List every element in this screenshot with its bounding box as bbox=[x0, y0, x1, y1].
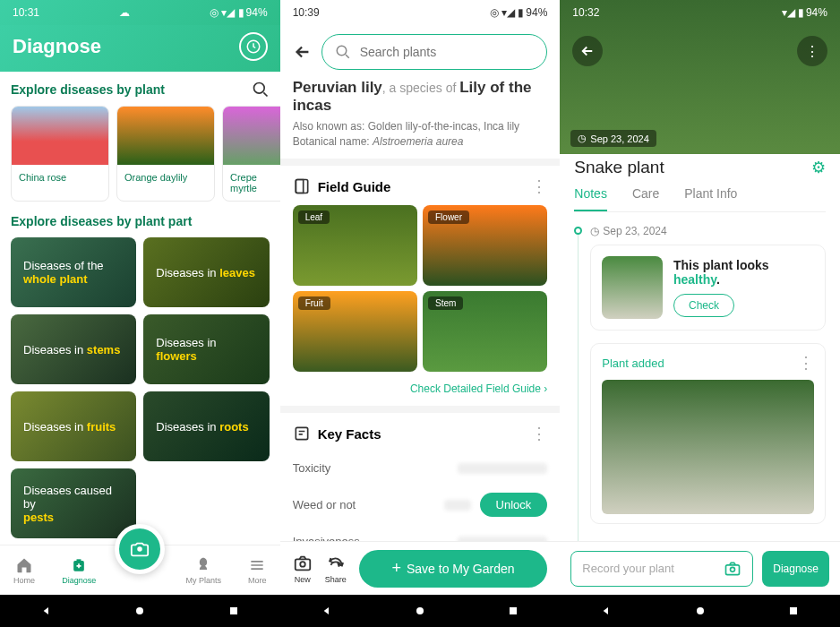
nav-home[interactable]: Home bbox=[13, 556, 35, 585]
svg-point-8 bbox=[300, 562, 305, 567]
guide-grid: Leaf Flower Fruit Stem bbox=[293, 205, 548, 372]
record-placeholder: Record your plant bbox=[582, 562, 674, 575]
tab-care[interactable]: Care bbox=[632, 186, 659, 211]
search-row bbox=[280, 25, 561, 79]
part-card-stems[interactable]: Diseases in stems bbox=[11, 314, 136, 384]
svg-point-1 bbox=[253, 83, 264, 94]
header: Diagnose bbox=[0, 25, 280, 72]
part-card-whole[interactable]: Diseases of thewhole plant bbox=[11, 237, 136, 307]
camera-fab[interactable] bbox=[115, 524, 165, 574]
hero-date: ◷ Sep 23, 2024 bbox=[570, 130, 656, 147]
status-time: 10:32 bbox=[572, 6, 599, 19]
diagnose-button[interactable]: Diagnose bbox=[762, 551, 829, 587]
status-time: 10:31 bbox=[13, 6, 39, 19]
status-right: ▾◢ ▮ 94% bbox=[782, 6, 827, 19]
home-icon[interactable] bbox=[693, 604, 707, 618]
bottom-actions: New Share +Save to My Garden bbox=[280, 541, 561, 595]
part-card-roots[interactable]: Diseases in roots bbox=[143, 391, 269, 461]
svg-point-13 bbox=[697, 607, 704, 614]
android-nav bbox=[0, 595, 280, 627]
svg-rect-11 bbox=[726, 564, 740, 574]
plant-added-card[interactable]: Plant added ⋮ bbox=[590, 343, 826, 524]
status-right: ◎ ▾◢ ▮ 94% bbox=[210, 6, 268, 19]
guide-flower[interactable]: Flower bbox=[423, 205, 547, 286]
back-icon[interactable] bbox=[599, 604, 613, 618]
book-icon bbox=[293, 177, 311, 195]
svg-point-3 bbox=[136, 607, 143, 614]
home-icon[interactable] bbox=[133, 604, 147, 618]
new-button[interactable]: New bbox=[293, 554, 313, 584]
screen-plant-detail: 10:39 ◎ ▾◢ ▮ 94% Peruvian lily, a specie… bbox=[280, 0, 561, 627]
record-input[interactable]: Record your plant bbox=[570, 551, 753, 587]
guide-leaf[interactable]: Leaf bbox=[293, 205, 417, 286]
unlock-button[interactable]: Unlock bbox=[480, 493, 548, 517]
plant-carousel[interactable]: China rose Orange daylily Crepe myrtle bbox=[11, 106, 270, 202]
search-input[interactable] bbox=[360, 45, 535, 59]
screen-my-plant: 10:32 ▾◢ ▮ 94% ⋮ ◷ Sep 23, 2024 Snake pl… bbox=[560, 0, 840, 627]
plant-card[interactable]: Orange daylily bbox=[116, 106, 215, 202]
recent-icon[interactable] bbox=[786, 604, 801, 618]
bottom-nav: Home Diagnose My Plants More bbox=[0, 545, 280, 595]
timeline: ◷ Sep 23, 2024 This plant looks healthy.… bbox=[574, 225, 826, 541]
svg-rect-4 bbox=[230, 607, 237, 614]
part-card-pests[interactable]: Diseases caused bypests bbox=[11, 468, 136, 538]
status-bar: 10:39 ◎ ▾◢ ▮ 94% bbox=[280, 0, 561, 25]
section-title-parts: Explore diseases by plant part bbox=[11, 214, 270, 228]
health-text: This plant looks healthy. bbox=[673, 258, 814, 287]
aka-line: Also known as: Golden lily-of-the-incas,… bbox=[293, 120, 548, 133]
check-button[interactable]: Check bbox=[673, 294, 734, 317]
save-to-garden-button[interactable]: +Save to My Garden bbox=[359, 550, 548, 588]
camera-icon[interactable] bbox=[724, 560, 741, 578]
back-button[interactable] bbox=[572, 36, 603, 66]
recent-icon[interactable] bbox=[506, 604, 520, 618]
search-icon[interactable] bbox=[252, 81, 270, 99]
tab-info[interactable]: Plant Info bbox=[684, 186, 737, 211]
species-title: Peruvian lily, a species of Lily of the … bbox=[293, 79, 548, 115]
home-icon[interactable] bbox=[413, 604, 427, 618]
android-nav bbox=[280, 595, 561, 627]
nav-diagnose[interactable]: Diagnose bbox=[62, 556, 96, 585]
more-icon[interactable]: ⋮ bbox=[531, 176, 547, 196]
nav-myplants[interactable]: My Plants bbox=[185, 556, 221, 585]
svg-point-12 bbox=[731, 567, 735, 571]
more-icon[interactable]: ⋮ bbox=[531, 424, 547, 443]
guide-fruit[interactable]: Fruit bbox=[293, 291, 417, 372]
android-nav bbox=[560, 595, 840, 627]
history-button[interactable] bbox=[239, 32, 268, 61]
fact-weed: Weed or notUnlock bbox=[293, 484, 548, 526]
bottom-input-row: Record your plant Diagnose bbox=[560, 541, 840, 595]
nav-more[interactable]: More bbox=[248, 556, 267, 585]
plant-name: Snake plant bbox=[574, 158, 664, 177]
part-card-leaves[interactable]: Diseases in leaves bbox=[143, 237, 269, 307]
back-icon[interactable] bbox=[320, 604, 334, 618]
status-cloud-icon: ☁ bbox=[119, 6, 130, 19]
more-button[interactable]: ⋮ bbox=[797, 36, 827, 66]
share-button[interactable]: Share bbox=[325, 554, 347, 584]
screen-diagnose: 10:31 ☁ ◎ ▾◢ ▮ 94% Diagnose Explore dise… bbox=[0, 0, 280, 627]
facts-icon bbox=[293, 425, 311, 442]
health-card[interactable]: This plant looks healthy. Check bbox=[590, 245, 826, 331]
status-time: 10:39 bbox=[293, 6, 320, 19]
recent-icon[interactable] bbox=[227, 604, 241, 618]
plant-card[interactable]: Crepe myrtle bbox=[222, 106, 280, 202]
card-more-icon[interactable]: ⋮ bbox=[798, 353, 814, 373]
botanical-line: Botanical name: Alstroemeria aurea bbox=[293, 135, 548, 148]
back-arrow-icon[interactable] bbox=[293, 42, 313, 62]
status-bar: 10:32 ▾◢ ▮ 94% bbox=[560, 0, 840, 25]
tabs: Notes Care Plant Info bbox=[574, 186, 826, 212]
tab-notes[interactable]: Notes bbox=[574, 186, 607, 211]
plant-card[interactable]: China rose bbox=[11, 106, 109, 202]
part-card-fruits[interactable]: Diseases in fruits bbox=[11, 391, 136, 461]
back-icon[interactable] bbox=[39, 604, 54, 618]
field-guide-title: Field Guide bbox=[318, 179, 525, 194]
fact-invasive: Invasiveness bbox=[293, 526, 548, 541]
search-icon bbox=[335, 44, 351, 60]
guide-stem[interactable]: Stem bbox=[423, 291, 547, 372]
detail-sheet: Snake plant ⚙ Notes Care Plant Info ◷ Se… bbox=[560, 145, 840, 541]
added-image bbox=[602, 380, 814, 514]
part-card-flowers[interactable]: Diseases in flowers bbox=[143, 314, 269, 384]
check-guide-link[interactable]: Check Detailed Field Guide › bbox=[293, 382, 548, 395]
status-bar: 10:31 ☁ ◎ ▾◢ ▮ 94% bbox=[0, 0, 280, 25]
settings-gear-icon[interactable]: ⚙ bbox=[811, 158, 826, 177]
search-input-container[interactable] bbox=[321, 34, 548, 70]
